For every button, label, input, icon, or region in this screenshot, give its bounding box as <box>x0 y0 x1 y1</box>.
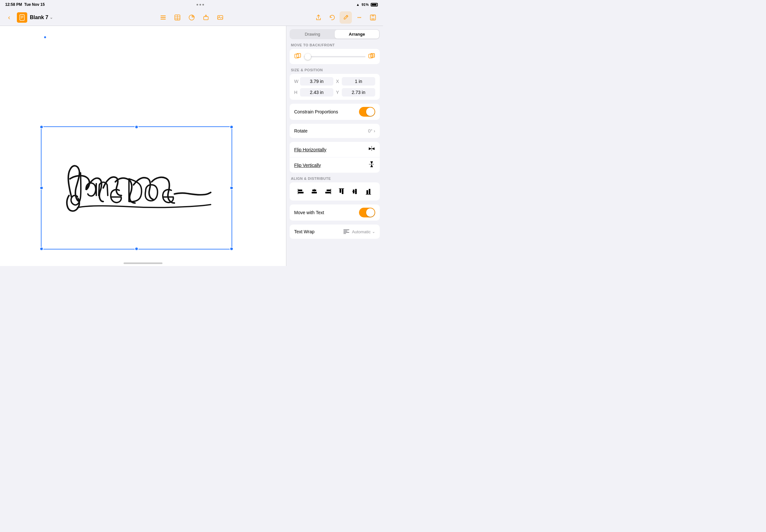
svg-rect-21 <box>371 18 375 20</box>
svg-rect-37 <box>342 189 343 194</box>
align-row <box>290 182 380 201</box>
svg-rect-36 <box>340 189 341 193</box>
svg-rect-27 <box>298 190 302 191</box>
status-center-dots <box>197 4 204 6</box>
document-canvas[interactable] <box>21 32 265 259</box>
layer-slider[interactable] <box>304 56 366 57</box>
layer-slider-thumb[interactable] <box>305 53 311 60</box>
right-panel: Drawing Arrange MOVE TO BACK/FRONT <box>286 26 383 266</box>
document-title[interactable]: Blank 7 ⌄ <box>30 15 53 20</box>
align-left-button[interactable] <box>295 186 307 197</box>
svg-rect-12 <box>204 17 208 20</box>
tab-drawing[interactable]: Drawing <box>290 30 335 39</box>
handle-top-left[interactable] <box>40 125 43 129</box>
flip-vertical-label: Flip Vertically <box>294 163 368 168</box>
chart-button[interactable] <box>185 11 198 24</box>
svg-rect-4 <box>160 16 166 16</box>
media-button[interactable] <box>214 11 226 24</box>
handle-top-right[interactable] <box>230 125 234 129</box>
text-wrap-label: Text Wrap <box>294 229 343 234</box>
x-value[interactable]: 1 in <box>342 77 375 86</box>
more-button[interactable] <box>353 11 366 24</box>
width-value[interactable]: 3.79 in <box>300 77 333 86</box>
save-button[interactable] <box>367 11 379 24</box>
battery-bar <box>371 3 378 6</box>
svg-rect-33 <box>327 190 331 191</box>
align-center-horizontal-button[interactable] <box>308 186 320 197</box>
align-distribute-label: ALIGN & DISTRIBUTE <box>290 177 380 180</box>
status-right: ▲ 91% <box>356 3 378 6</box>
svg-rect-5 <box>160 17 166 18</box>
battery-icon: 91% <box>362 3 369 6</box>
main-canvas-area <box>0 26 286 266</box>
size-position-card: W 3.79 in X 1 in H 2.43 in Y 2.73 in <box>290 74 380 100</box>
svg-rect-45 <box>343 229 349 230</box>
constrain-toggle[interactable] <box>359 107 375 117</box>
flip-vertical-row[interactable]: Flip Vertically <box>290 157 380 173</box>
list-button[interactable] <box>157 11 169 24</box>
width-label: W <box>294 79 299 84</box>
handle-middle-left[interactable] <box>40 186 43 190</box>
rotate-value-text: 0° <box>368 128 372 133</box>
signature-drawing <box>44 130 229 246</box>
toolbar-left: ‹ Blank 7 ⌄ <box>4 12 154 23</box>
annotate-button[interactable] <box>340 11 352 24</box>
text-wrap-row[interactable]: Text Wrap Automatic ⌄ <box>290 225 380 239</box>
table-button[interactable] <box>171 11 183 24</box>
svg-rect-48 <box>343 233 346 234</box>
move-with-text-toggle[interactable] <box>359 208 375 217</box>
y-value[interactable]: 2.73 in <box>342 88 375 97</box>
handle-bottom-right[interactable] <box>230 247 234 251</box>
constrain-row: Constrain Proportions <box>290 104 380 120</box>
svg-rect-13 <box>218 16 223 19</box>
text-wrap-card: Text Wrap Automatic ⌄ <box>290 225 380 239</box>
svg-rect-20 <box>372 15 374 17</box>
shape-button[interactable] <box>200 11 212 24</box>
move-to-back-front-label: MOVE TO BACK/FRONT <box>290 43 380 47</box>
layer-back-icon <box>294 52 301 61</box>
svg-rect-47 <box>343 232 349 233</box>
panel-tabs: Drawing Arrange <box>290 29 380 39</box>
align-top-button[interactable] <box>336 186 347 197</box>
align-right-button[interactable] <box>322 186 334 197</box>
section-constrain: Constrain Proportions <box>290 104 380 120</box>
constrain-card: Constrain Proportions <box>290 104 380 120</box>
section-size-position: SIZE & POSITION W 3.79 in X 1 in H 2.43 … <box>290 68 380 100</box>
svg-rect-34 <box>325 192 331 193</box>
document-icon <box>17 12 27 23</box>
align-center-vertical-button[interactable] <box>349 186 361 197</box>
svg-rect-0 <box>20 15 24 20</box>
align-bottom-button[interactable] <box>363 186 374 197</box>
toolbar-right <box>229 11 379 24</box>
rotate-label: Rotate <box>294 128 368 133</box>
toolbar-center <box>157 11 226 24</box>
flip-card: Flip Horizontally Flip Vertically <box>290 142 380 173</box>
text-wrap-value-text: Automatic <box>352 229 371 234</box>
flip-horizontal-row[interactable]: Flip Horizontally <box>290 142 380 157</box>
share-button[interactable] <box>312 11 325 24</box>
section-align: ALIGN & DISTRIBUTE <box>290 177 380 201</box>
layer-slider-row <box>290 49 380 64</box>
handle-bottom-left[interactable] <box>40 247 43 251</box>
handle-middle-right[interactable] <box>230 186 234 190</box>
tab-arrange[interactable]: Arrange <box>335 30 379 39</box>
handle-bottom-center[interactable] <box>134 247 138 251</box>
rotate-value[interactable]: 0° › <box>368 128 375 133</box>
selection-anchor-top <box>43 36 47 39</box>
back-button[interactable]: ‹ <box>4 12 14 23</box>
section-move-to-back-front: MOVE TO BACK/FRONT <box>290 43 380 64</box>
text-wrap-chevron-icon: ⌄ <box>372 229 375 234</box>
rotate-chevron-icon: › <box>374 128 375 133</box>
svg-point-17 <box>359 17 360 18</box>
move-with-text-row: Move with Text <box>290 204 380 221</box>
svg-rect-42 <box>366 190 368 194</box>
undo-button[interactable] <box>326 11 338 24</box>
svg-rect-6 <box>160 19 166 19</box>
move-with-text-label: Move with Text <box>294 210 359 215</box>
flip-horizontal-icon <box>368 145 375 154</box>
width-field: W 3.79 in <box>294 77 333 86</box>
height-value[interactable]: 2.43 in <box>300 88 333 97</box>
flip-horizontal-label: Flip Horizontally <box>294 147 368 152</box>
handle-top-center[interactable] <box>134 125 138 129</box>
section-text-wrap: Text Wrap Automatic ⌄ <box>290 225 380 239</box>
